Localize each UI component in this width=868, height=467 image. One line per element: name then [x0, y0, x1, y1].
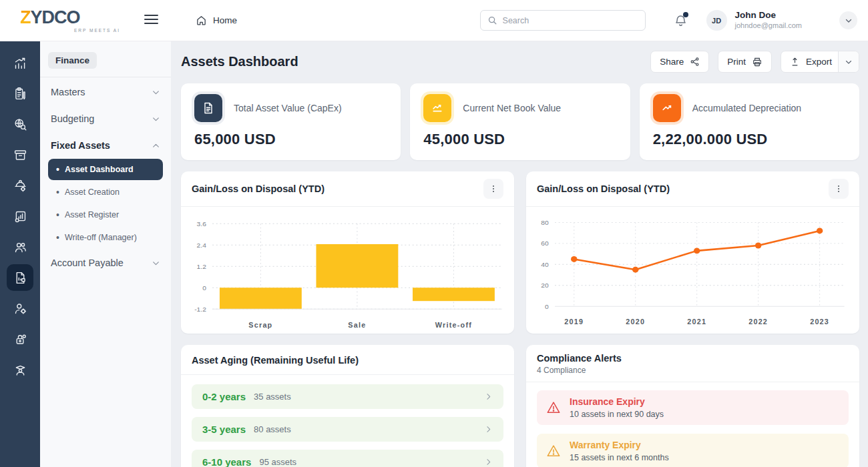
aging-row-3-5-years[interactable]: 3-5 years 80 assets — [192, 417, 503, 442]
page-actions: Share Print Export — [650, 51, 859, 73]
agent-support-icon[interactable] — [7, 356, 33, 383]
aging-count: 95 assets — [259, 457, 296, 467]
engineering-icon[interactable] — [7, 172, 33, 199]
svg-text:80: 80 — [541, 219, 549, 226]
svg-text:Sale: Sale — [348, 322, 366, 330]
line-chart-svg: 80604020020192020202120222023 — [530, 209, 854, 334]
svg-text:-1.2: -1.2 — [194, 306, 206, 313]
alert-insurance-expiry[interactable]: Insurance Expiry 10 assets in next 90 da… — [537, 390, 849, 425]
sidebar-item-asset-creation[interactable]: • Asset Creation — [48, 181, 163, 203]
sidebar-item-asset-dashboard[interactable]: • Asset Dashboard — [48, 159, 163, 180]
user-name: John Doe — [735, 10, 802, 21]
module-iconbar — [0, 41, 40, 467]
warning-triangle-icon — [546, 396, 561, 419]
svg-text:2020: 2020 — [626, 319, 645, 326]
menu-toggle-button[interactable] — [144, 14, 158, 27]
line-chart-icon — [423, 94, 451, 122]
document-icon — [194, 94, 222, 122]
user-meta: John Doe johndoe@gmail.com — [735, 10, 802, 31]
sidebar-item-asset-register[interactable]: • Asset Register — [48, 204, 163, 225]
gain-loss-bar-chart-card: Gain/Loss on Disposal (YTD) 3.62.41.20-1… — [181, 171, 514, 334]
aging-count: 35 assets — [254, 392, 291, 402]
breadcrumb-label: Home — [213, 15, 237, 25]
sidebar-item-label: Asset Dashboard — [65, 165, 134, 174]
svg-text:1.2: 1.2 — [197, 263, 207, 270]
search-box — [480, 10, 646, 31]
svg-text:3.6: 3.6 — [197, 220, 207, 227]
print-label: Print — [727, 57, 746, 67]
kpi-value: 2,22,00.000 USD — [653, 131, 846, 148]
user-settings-icon[interactable] — [7, 295, 33, 322]
module-chip[interactable]: Finance — [48, 52, 97, 69]
export-button[interactable]: Export — [781, 51, 859, 73]
svg-text:Scrap: Scrap — [248, 322, 272, 330]
finance-calculator-icon[interactable] — [7, 203, 33, 229]
compliance-alert-list: Insurance Expiry 10 assets in next 90 da… — [526, 382, 859, 467]
alert-warranty-expiry[interactable]: Warranty Expiry 15 assets in next 6 mont… — [537, 434, 849, 467]
svg-text:2019: 2019 — [564, 319, 584, 326]
breadcrumb[interactable]: Home — [196, 15, 237, 26]
search-input[interactable] — [503, 16, 638, 25]
sidebar-item-label: Asset Creation — [65, 187, 120, 197]
svg-text:2.4: 2.4 — [197, 242, 207, 249]
kpi-label: Total Asset Value (CapEx) — [234, 103, 342, 113]
notification-badge — [683, 12, 688, 17]
page-title: Assets Dashboard — [181, 54, 298, 69]
avatar[interactable]: JD — [706, 10, 727, 31]
chart-menu-button[interactable] — [483, 179, 503, 199]
archive-storage-icon[interactable] — [7, 141, 33, 168]
print-button[interactable]: Print — [718, 51, 772, 73]
sidebar-item-label: Fixed Assets — [51, 140, 110, 151]
aging-range: 0-2 years — [202, 391, 246, 402]
share-label: Share — [660, 57, 684, 67]
alert-title: Warranty Expiry — [570, 440, 669, 450]
chevron-right-icon — [484, 392, 493, 401]
kebab-icon — [834, 184, 843, 193]
sidebar-item-budgeting[interactable]: Budgeting — [48, 107, 163, 131]
sidebar-item-write-off[interactable]: • Write-off (Manager) — [48, 227, 163, 248]
trending-up-icon — [653, 94, 681, 122]
kpi-value: 45,000 USD — [423, 131, 616, 148]
aging-count: 80 assets — [254, 424, 291, 434]
notifications-button[interactable] — [674, 13, 688, 28]
fixed-assets-submenu: • Asset Dashboard • Asset Creation • Ass… — [48, 159, 163, 248]
alert-desc: 10 assets in next 90 days — [570, 410, 664, 419]
aging-row-0-2-years[interactable]: 0-2 years 35 assets — [192, 384, 503, 409]
asset-aging-card: Asset Aging (Remaining Useful Life) 0-2 … — [181, 345, 514, 467]
aging-range: 3-5 years — [202, 424, 246, 435]
security-access-icon[interactable] — [7, 326, 33, 352]
module-chip-row: Finance — [40, 52, 171, 77]
asset-documents-icon[interactable] — [7, 264, 33, 291]
share-icon — [690, 57, 700, 67]
sales-analytics-icon[interactable] — [7, 49, 33, 76]
aging-row-6-10-years[interactable]: 6-10 years 95 assets — [192, 450, 503, 467]
menu-icon — [144, 14, 158, 27]
svg-text:2023: 2023 — [810, 319, 829, 326]
kpi-label: Current Net Book Value — [463, 103, 561, 113]
brand-z: Z — [20, 7, 31, 27]
tasks-clipboard-icon[interactable] — [7, 80, 33, 107]
sidebar-item-fixed-assets[interactable]: Fixed Assets — [48, 133, 163, 157]
line-chart: 80604020020192020202120222023 — [526, 207, 859, 334]
kpi-row: Total Asset Value (CapEx) 65,000 USD Cur… — [181, 83, 859, 160]
chart-title: Gain/Loss on Disposal (YTD) — [192, 183, 324, 194]
svg-text:2021: 2021 — [687, 319, 706, 326]
upload-icon — [790, 57, 800, 67]
export-menu-chevron[interactable] — [838, 51, 859, 72]
sidebar-item-label: Budgeting — [51, 113, 94, 124]
user-menu-button[interactable] — [839, 11, 857, 29]
main-content: Assets Dashboard Share Print Export — [171, 41, 868, 467]
user-email: johndoe@gmail.com — [735, 21, 802, 31]
team-users-icon[interactable] — [7, 234, 33, 260]
share-button[interactable]: Share — [650, 51, 709, 73]
alert-title: Insurance Expiry — [570, 396, 664, 407]
svg-text:2022: 2022 — [748, 319, 768, 326]
global-search-icon[interactable] — [7, 111, 33, 137]
brand-logo[interactable]: ZYDCO ERP MEETS AI — [20, 9, 120, 33]
sidebar-item-masters[interactable]: Masters — [48, 80, 163, 104]
svg-text:Write-off: Write-off — [435, 322, 472, 330]
alert-desc: 15 assets in next 6 months — [570, 453, 669, 462]
chart-menu-button[interactable] — [829, 179, 849, 199]
sidebar-item-label: Masters — [51, 87, 85, 97]
sidebar-item-account-payable[interactable]: Account Payable — [48, 251, 163, 275]
